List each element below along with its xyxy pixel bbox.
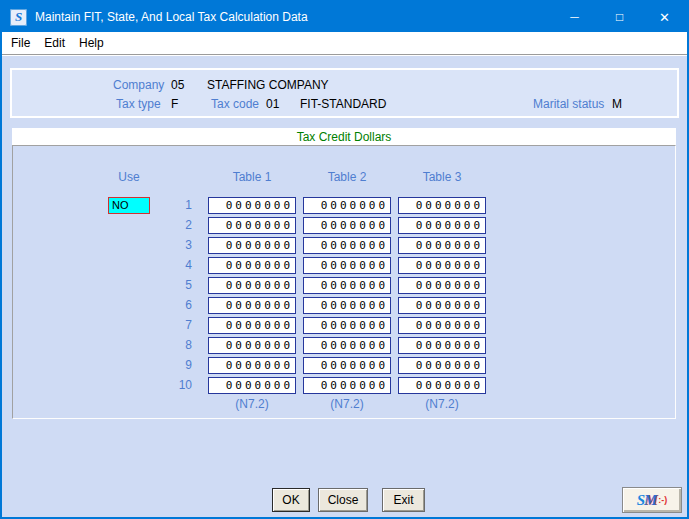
maximize-icon: □ <box>616 10 623 24</box>
tax-credit-panel: Use NO Table 1 Table 2 Table 3 100000000… <box>12 145 676 419</box>
close-dialog-button[interactable]: Close <box>318 488 368 512</box>
menu-help[interactable]: Help <box>72 32 111 54</box>
table2-row6-field[interactable]: 0000000 <box>303 297 391 314</box>
table3-row5-field[interactable]: 0000000 <box>398 277 486 294</box>
menu-file[interactable]: File <box>4 32 37 54</box>
table3-row2-field[interactable]: 0000000 <box>398 217 486 234</box>
app-icon-letter: S <box>15 9 22 25</box>
table-rows-grid: 1000000000000000000000200000000000000000… <box>161 195 486 395</box>
table1-format-label: (N7.2) <box>208 397 296 411</box>
title-bar: S Maintain FIT, State, And Local Tax Cal… <box>2 2 687 32</box>
table2-row1-field[interactable]: 0000000 <box>303 197 391 214</box>
table2-row8-field[interactable]: 0000000 <box>303 337 391 354</box>
ok-button[interactable]: OK <box>272 488 310 512</box>
table3-row6-field[interactable]: 0000000 <box>398 297 486 314</box>
company-name: STAFFING COMPANY <box>207 78 329 92</box>
company-label: Company <box>113 78 164 92</box>
maximize-button[interactable]: □ <box>597 2 642 32</box>
menu-edit[interactable]: Edit <box>37 32 72 54</box>
row-number: 2 <box>161 218 201 232</box>
table2-row10-field[interactable]: 0000000 <box>303 377 391 394</box>
table2-format-label: (N7.2) <box>303 397 391 411</box>
close-button[interactable]: ✕ <box>642 2 687 32</box>
sm-logo-s: S <box>637 492 644 508</box>
row-number: 8 <box>161 338 201 352</box>
table3-row7-field[interactable]: 0000000 <box>398 317 486 334</box>
table1-row2-field[interactable]: 0000000 <box>208 217 296 234</box>
tax-type-label: Tax type <box>116 97 161 111</box>
sm-logo-text: SM <box>637 492 657 509</box>
smiley-icon: :-) <box>658 495 667 505</box>
table1-row5-field[interactable]: 0000000 <box>208 277 296 294</box>
table3-row1-field[interactable]: 0000000 <box>398 197 486 214</box>
sm-logo-m: M <box>644 492 656 508</box>
tax-type-value: F <box>171 97 178 111</box>
table2-row3-field[interactable]: 0000000 <box>303 237 391 254</box>
use-field[interactable]: NO <box>108 197 150 214</box>
row-number: 9 <box>161 358 201 372</box>
table2-row2-field[interactable]: 0000000 <box>303 217 391 234</box>
table2-row4-field[interactable]: 0000000 <box>303 257 391 274</box>
menu-bar: File Edit Help <box>2 32 687 54</box>
table1-column-header: Table 1 <box>208 170 296 184</box>
table2-column-header: Table 2 <box>303 170 391 184</box>
exit-button[interactable]: Exit <box>382 488 425 512</box>
row-number: 5 <box>161 278 201 292</box>
table3-row9-field[interactable]: 0000000 <box>398 357 486 374</box>
table3-row3-field[interactable]: 0000000 <box>398 237 486 254</box>
close-icon: ✕ <box>659 10 670 25</box>
table1-row8-field[interactable]: 0000000 <box>208 337 296 354</box>
marital-status-value: M <box>612 97 622 111</box>
window-title: Maintain FIT, State, And Local Tax Calcu… <box>35 10 308 24</box>
table1-row9-field[interactable]: 0000000 <box>208 357 296 374</box>
table3-row10-field[interactable]: 0000000 <box>398 377 486 394</box>
table1-row10-field[interactable]: 0000000 <box>208 377 296 394</box>
app-window: S Maintain FIT, State, And Local Tax Cal… <box>0 0 689 519</box>
table1-row1-field[interactable]: 0000000 <box>208 197 296 214</box>
window-controls: ─ □ ✕ <box>552 2 687 32</box>
section-title-strip: Tax Credit Dollars <box>12 128 676 145</box>
row-number: 6 <box>161 298 201 312</box>
tax-code-value: 01 <box>266 97 279 111</box>
table3-column-header: Table 3 <box>398 170 486 184</box>
table1-row7-field[interactable]: 0000000 <box>208 317 296 334</box>
sm-logo-badge: SM :-) <box>622 487 682 513</box>
table1-row4-field[interactable]: 0000000 <box>208 257 296 274</box>
row-number: 10 <box>161 378 201 392</box>
row-number: 4 <box>161 258 201 272</box>
tax-code-label: Tax code <box>211 97 259 111</box>
minimize-icon: ─ <box>570 10 579 24</box>
tax-code-name: FIT-STANDARD <box>300 97 386 111</box>
table2-row7-field[interactable]: 0000000 <box>303 317 391 334</box>
minimize-button[interactable]: ─ <box>552 2 597 32</box>
row-number: 1 <box>161 198 201 212</box>
use-column-header: Use <box>108 170 150 184</box>
table2-row5-field[interactable]: 0000000 <box>303 277 391 294</box>
table3-format-label: (N7.2) <box>398 397 486 411</box>
company-value: 05 <box>171 78 184 92</box>
table2-row9-field[interactable]: 0000000 <box>303 357 391 374</box>
row-number: 7 <box>161 318 201 332</box>
table1-row6-field[interactable]: 0000000 <box>208 297 296 314</box>
table3-row8-field[interactable]: 0000000 <box>398 337 486 354</box>
marital-status-label: Marital status <box>533 97 604 111</box>
app-icon: S <box>10 9 27 26</box>
record-header-panel: Company 05 STAFFING COMPANY Tax type F T… <box>10 68 679 118</box>
section-title: Tax Credit Dollars <box>297 130 392 144</box>
table1-row3-field[interactable]: 0000000 <box>208 237 296 254</box>
row-number: 3 <box>161 238 201 252</box>
table3-row4-field[interactable]: 0000000 <box>398 257 486 274</box>
window-body: Company 05 STAFFING COMPANY Tax type F T… <box>2 56 687 517</box>
